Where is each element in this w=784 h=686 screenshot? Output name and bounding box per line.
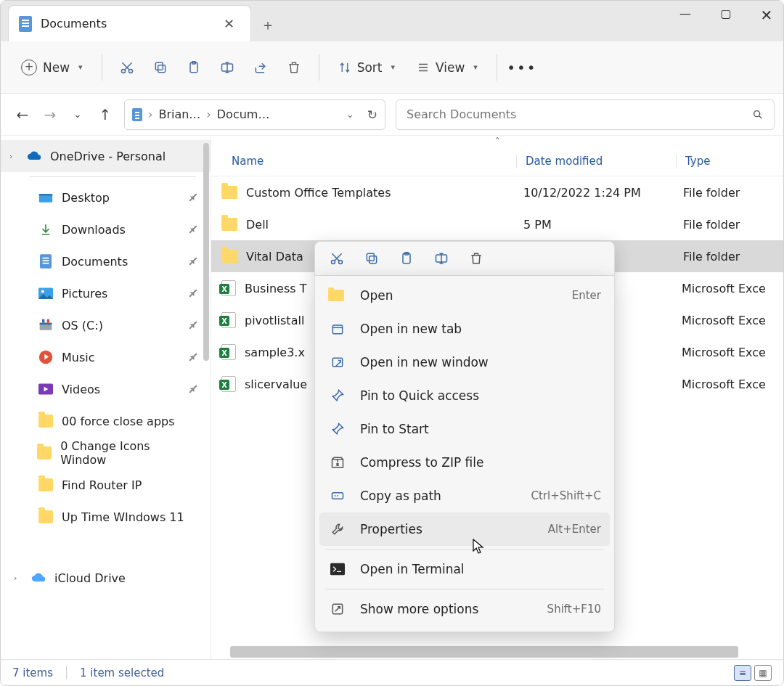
search-input[interactable]: [407, 107, 745, 121]
icloud-icon: [31, 571, 46, 585]
h-scrollbar[interactable]: [220, 646, 772, 658]
ctx-open[interactable]: OpenEnter: [319, 279, 610, 312]
view-toggle: ≡ ▦: [734, 665, 772, 681]
more-button[interactable]: •••: [509, 54, 535, 81]
status-selected: 1 item selected: [80, 666, 164, 679]
file-row[interactable]: Custom Office Templates10/12/2022 1:24 P…: [211, 176, 783, 208]
menu-shortcut: Shift+F10: [547, 603, 601, 616]
sidebar-item-0-change-icons-window[interactable]: 0 Change Icons Window: [1, 437, 211, 469]
ctx-rename[interactable]: [434, 251, 449, 266]
tab-icon: [328, 319, 347, 338]
svg-rect-32: [330, 563, 345, 576]
column-type[interactable]: Type: [676, 155, 783, 168]
breadcrumb-1[interactable]: Brian…: [158, 107, 200, 121]
delete-button[interactable]: [281, 54, 307, 81]
column-name[interactable]: Name: [211, 155, 516, 168]
sidebar-item-desktop[interactable]: Desktop: [1, 181, 211, 213]
divider: [30, 176, 196, 177]
new-button[interactable]: + New ▾: [14, 55, 90, 80]
forward-button[interactable]: →: [41, 106, 59, 123]
refresh-button[interactable]: ↻: [367, 107, 377, 122]
menu-label: Properties: [360, 522, 548, 536]
svg-rect-29: [332, 325, 342, 334]
breadcrumb-2[interactable]: Docum…: [217, 107, 270, 121]
file-type: File folder: [683, 218, 783, 232]
sort-button[interactable]: Sort ▾: [331, 56, 402, 79]
addr-dropdown[interactable]: ⌄: [346, 109, 354, 120]
tab-close-button[interactable]: ✕: [218, 13, 240, 34]
menu-shortcut: Ctrl+Shift+C: [531, 489, 601, 502]
sidebar-item-downloads[interactable]: Downloads: [1, 213, 211, 245]
close-button[interactable]: ✕: [756, 7, 777, 24]
ctx-delete[interactable]: [469, 251, 483, 266]
sidebar-item-icon: [38, 254, 53, 269]
ctx-open-in-new-tab[interactable]: Open in new tab: [319, 312, 610, 346]
expand-icon[interactable]: ›: [9, 152, 18, 161]
maximize-button[interactable]: ▢: [715, 7, 737, 24]
up-button[interactable]: ↑: [97, 106, 114, 123]
sidebar-onedrive[interactable]: › OneDrive - Personal: [1, 140, 211, 172]
thumbnails-view-button[interactable]: ▦: [754, 665, 772, 681]
ctx-cut[interactable]: [330, 251, 344, 266]
details-view-button[interactable]: ≡: [734, 665, 751, 681]
ctx-properties[interactable]: PropertiesAlt+Enter: [319, 513, 610, 546]
recent-dropdown[interactable]: ⌄: [69, 109, 86, 120]
context-menu: OpenEnterOpen in new tabOpen in new wind…: [314, 276, 615, 632]
menu-label: Open in new tab: [360, 322, 601, 336]
sidebar-icloud[interactable]: › iCloud Drive: [1, 562, 211, 594]
sidebar-item-label: Up Time WIndows 11: [62, 510, 184, 524]
cut-button[interactable]: [114, 54, 140, 81]
paste-button[interactable]: [181, 54, 207, 81]
ctx-open-in-new-window[interactable]: Open in new window: [319, 346, 610, 379]
zip-icon: [328, 453, 347, 472]
titlebar: Documents ✕ ＋ — ▢ ✕: [1, 1, 783, 41]
menu-divider: [325, 549, 604, 550]
rename-button[interactable]: [214, 54, 240, 81]
minimize-button[interactable]: —: [674, 7, 696, 24]
folder-icon: [221, 186, 237, 199]
sidebar-item-music[interactable]: Music: [1, 341, 211, 373]
sidebar-item-documents[interactable]: Documents: [1, 245, 211, 277]
sidebar-item-up-time-windows-11[interactable]: Up Time WIndows 11: [1, 501, 211, 533]
sidebar-item-00-force-close-apps[interactable]: 00 force close apps: [1, 405, 211, 437]
sidebar-item-os-c-[interactable]: OS (C:): [1, 309, 211, 341]
scrollbar-thumb[interactable]: [230, 646, 738, 658]
file-type: File folder: [683, 186, 783, 200]
ctx-compress-to-zip-file[interactable]: Compress to ZIP file: [319, 446, 610, 479]
svg-point-7: [754, 110, 760, 116]
sidebar-item-pictures[interactable]: Pictures: [1, 277, 211, 309]
sidebar-item-find-router-ip[interactable]: Find Router IP: [1, 469, 211, 501]
sidebar-scrollbar[interactable]: [203, 143, 209, 361]
sidebar-item-label: OS (C:): [62, 319, 103, 332]
ctx-open-in-terminal[interactable]: Open in Terminal: [319, 552, 610, 586]
menu-label: Compress to ZIP file: [360, 455, 601, 470]
ctx-pin-to-start[interactable]: Pin to Start: [319, 412, 610, 446]
menu-label: Pin to Start: [360, 422, 601, 436]
sidebar-item-label: Downloads: [62, 223, 126, 237]
ctx-copy[interactable]: [364, 251, 379, 266]
address-bar[interactable]: › Brian… › Docum… ⌄ ↻: [124, 99, 385, 130]
tab-documents[interactable]: Documents ✕: [8, 5, 251, 41]
svg-rect-12: [43, 260, 49, 261]
back-button[interactable]: ←: [14, 106, 31, 123]
menu-label: Open in Terminal: [360, 562, 601, 576]
copy-button[interactable]: [147, 54, 173, 81]
file-row[interactable]: Dell5 PMFile folder: [211, 208, 783, 240]
ctx-show-more-options[interactable]: Show more optionsShift+F10: [319, 592, 610, 626]
new-tab-button[interactable]: ＋: [251, 8, 285, 41]
ctx-paste[interactable]: [399, 251, 414, 266]
search-box[interactable]: [396, 99, 775, 130]
ctx-copy-as-path[interactable]: Copy as pathCtrl+Shift+C: [319, 479, 610, 513]
sidebar-item-icon: [38, 286, 53, 301]
folder-icon: [328, 290, 344, 301]
svg-point-1: [128, 69, 132, 73]
view-button[interactable]: View ▾: [409, 56, 485, 79]
share-button[interactable]: [248, 54, 274, 81]
expand-icon[interactable]: ›: [14, 573, 23, 583]
column-date[interactable]: Date modified: [516, 155, 676, 168]
excel-icon: [221, 312, 236, 328]
sidebar-item-videos[interactable]: Videos: [1, 373, 211, 405]
ctx-pin-to-quick-access[interactable]: Pin to Quick access: [319, 379, 610, 412]
file-name: Dell: [246, 218, 523, 232]
collapse-hint[interactable]: ⌃: [211, 136, 783, 146]
